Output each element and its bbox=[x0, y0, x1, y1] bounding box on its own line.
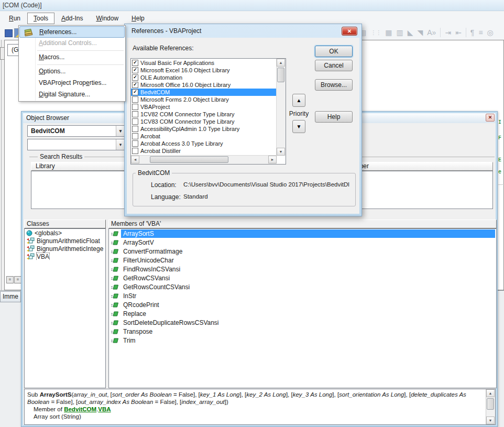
scroll-up-icon[interactable]: ▲ bbox=[486, 389, 495, 397]
class-item-bignumarithmeticintege[interactable]: BignumArithmeticIntege bbox=[25, 245, 105, 253]
checkbox-unchecked[interactable] bbox=[132, 126, 138, 132]
checkbox-checked[interactable]: ✓ bbox=[132, 60, 138, 66]
bookmark-icon[interactable]: ≡ bbox=[478, 29, 483, 36]
search-combo[interactable]: ▾ bbox=[27, 139, 125, 150]
checkbox-unchecked[interactable] bbox=[132, 104, 138, 110]
reset-button-icon[interactable] bbox=[5, 29, 13, 37]
list-constants-icon[interactable]: ▥ bbox=[396, 29, 403, 36]
list-properties-icon[interactable]: ▦ bbox=[385, 29, 392, 36]
class-item-bignumarithmeticfloat[interactable]: BignumArithmeticFloat bbox=[25, 237, 105, 245]
member-item-getrowcsvansi[interactable]: GetRowCSVansi bbox=[109, 273, 496, 282]
menu-window[interactable]: Window bbox=[90, 13, 125, 24]
member-item-findrowsincsvansi[interactable]: FindRowsInCSVansi bbox=[109, 265, 496, 273]
menu-help[interactable]: Help bbox=[125, 13, 151, 24]
member-item-convertformatimage[interactable]: ConvertFormatImage bbox=[109, 247, 496, 256]
scroll-left-icon[interactable]: ◄ bbox=[131, 156, 139, 163]
member-item-filterunicodechar[interactable]: FilterUnicodeChar bbox=[109, 256, 496, 265]
help-button[interactable]: Help bbox=[315, 111, 353, 123]
class-item-globals[interactable]: <globals> bbox=[25, 229, 105, 237]
member-item-replace[interactable]: Replace bbox=[109, 309, 496, 318]
comment-block-icon[interactable]: ¶ bbox=[470, 29, 475, 36]
member-item-arraysortv[interactable]: ArraySortV bbox=[109, 238, 496, 247]
menu-add-ins[interactable]: Add-Ins bbox=[55, 13, 89, 24]
checkbox-unchecked[interactable] bbox=[132, 96, 138, 103]
find-icon[interactable]: ◎ bbox=[487, 29, 494, 36]
member-label: SortDeleteDuplicateRowsCSVansi bbox=[121, 319, 221, 327]
quick-info-icon[interactable]: ◣ bbox=[408, 29, 413, 36]
checkbox-checked[interactable]: ✓ bbox=[132, 67, 138, 73]
split-handle-icon[interactable]: ≡ bbox=[14, 276, 21, 283]
scroll-right-icon[interactable]: ► bbox=[268, 156, 277, 163]
browse-button[interactable]: Browse... bbox=[315, 79, 353, 91]
member-item-qrcodeprint[interactable]: QRcodePrint bbox=[109, 300, 496, 309]
reference-item-visual-basic-for-applications[interactable]: ✓Visual Basic For Applications bbox=[131, 59, 277, 67]
class-label: BignumArithmeticIntege bbox=[37, 245, 103, 253]
reference-item-acrobat[interactable]: Acrobat bbox=[131, 133, 277, 140]
checkbox-unchecked[interactable] bbox=[132, 111, 138, 117]
method-icon bbox=[111, 266, 119, 272]
checkbox-checked[interactable]: ✓ bbox=[132, 89, 138, 95]
menu-item-options[interactable]: Options... bbox=[19, 66, 125, 78]
checkbox-checked[interactable]: ✓ bbox=[132, 82, 138, 88]
menu-item-digital-signature[interactable]: Digital Signature... bbox=[19, 89, 125, 101]
reference-item-acrobat-distiller[interactable]: Acrobat Distiller bbox=[131, 147, 277, 155]
class-item-vba[interactable]: VBA bbox=[25, 253, 105, 260]
member-item-getrowscountcsvansi[interactable]: GetRowsCountCSVansi bbox=[109, 282, 496, 291]
reference-item-microsoft-office-16-0-object-library[interactable]: ✓Microsoft Office 16.0 Object Library bbox=[131, 81, 277, 89]
menu-item-vbaproject-properties[interactable]: VBAProject Properties... bbox=[19, 78, 125, 89]
collapsed-panel-tab[interactable] bbox=[0, 47, 5, 60]
menu-item-additional-controls[interactable]: Additional Controls... bbox=[19, 38, 125, 49]
scroll-up-icon[interactable]: ▲ bbox=[277, 59, 285, 67]
indent-icon[interactable]: ⇥ bbox=[445, 29, 451, 36]
ok-button[interactable]: OK bbox=[315, 46, 353, 57]
priority-up-button[interactable]: ▲ bbox=[292, 94, 305, 107]
class-link[interactable]: VBA bbox=[98, 406, 111, 412]
parameter-info-icon[interactable]: ◥ bbox=[417, 29, 423, 36]
scrollbar-thumb[interactable] bbox=[277, 68, 284, 82]
reference-item-microsoft-forms-2-0-object-library[interactable]: Microsoft Forms 2.0 Object Library bbox=[131, 96, 277, 103]
toolbar-grip[interactable]: ⋮⋮ bbox=[370, 29, 381, 36]
references-vscrollbar[interactable]: ▲ ▼ bbox=[276, 59, 286, 156]
column-header-library[interactable]: Library bbox=[36, 162, 55, 170]
reference-item-vbaproject[interactable]: VBAProject bbox=[131, 103, 277, 111]
checkbox-unchecked[interactable] bbox=[132, 148, 138, 154]
checkbox-checked[interactable]: ✓ bbox=[132, 74, 138, 81]
reference-item-1cv83-com-connector-type-library[interactable]: 1CV83 COM Connector Type Library bbox=[131, 118, 277, 125]
member-item-trim[interactable]: Trim bbox=[109, 336, 496, 345]
menu-tools[interactable]: Tools bbox=[27, 13, 54, 24]
scrollbar-thumb[interactable] bbox=[487, 398, 494, 410]
member-item-sortdeleteduplicaterowscsvansi[interactable]: SortDeleteDuplicateRowsCSVansi bbox=[109, 318, 496, 327]
dialog-close-icon[interactable]: ✕ bbox=[342, 27, 357, 36]
reference-item-ole-automation[interactable]: ✓OLE Automation bbox=[131, 74, 277, 81]
cancel-button[interactable]: Cancel bbox=[315, 60, 353, 71]
outdent-icon[interactable]: ⇤ bbox=[455, 29, 462, 36]
signature-segment: sort_order As Boolean bbox=[112, 391, 172, 398]
reference-item-bedvitcom[interactable]: ✓BedvitCOM bbox=[131, 89, 277, 96]
scroll-down-icon[interactable]: ▼ bbox=[486, 417, 495, 424]
menu-run[interactable]: Run bbox=[3, 13, 27, 24]
member-item-instr[interactable]: InStr bbox=[109, 291, 496, 300]
scroll-down-icon[interactable]: ▼ bbox=[277, 148, 285, 156]
chevron-down-icon[interactable]: ▾ bbox=[116, 139, 125, 150]
split-handle-icon[interactable]: ≡ bbox=[6, 276, 14, 283]
library-link[interactable]: BedvitCOM bbox=[64, 406, 96, 412]
reference-item-1cv82-com-connector-type-library[interactable]: 1CV82 COM Connector Type Library bbox=[131, 111, 277, 118]
references-hscrollbar[interactable]: ◄ ► bbox=[131, 155, 277, 164]
chevron-down-icon[interactable]: ▾ bbox=[116, 126, 125, 136]
checkbox-unchecked[interactable] bbox=[132, 140, 138, 147]
menu-item-references[interactable]: References... bbox=[19, 26, 125, 38]
complete-word-icon[interactable]: A» bbox=[427, 29, 436, 36]
reference-item-acrobat-access-3-0-type-library[interactable]: Acrobat Access 3.0 Type Library bbox=[131, 140, 277, 147]
member-item-transpose[interactable]: Transpose bbox=[109, 327, 496, 336]
checkbox-unchecked[interactable] bbox=[132, 118, 138, 125]
scrollbar-thumb[interactable] bbox=[150, 156, 228, 163]
reference-item-microsoft-excel-16-0-object-library[interactable]: ✓Microsoft Excel 16.0 Object Library bbox=[131, 67, 277, 74]
object-browser-close-icon[interactable]: ✕ bbox=[486, 114, 495, 122]
member-item-arraysorts[interactable]: ArraySortS bbox=[109, 229, 496, 238]
menu-item-macros[interactable]: Macros... bbox=[19, 52, 125, 63]
library-combo[interactable]: BedvitCOM ▾ bbox=[27, 125, 125, 137]
detail-scrollbar[interactable]: ▲ ▼ bbox=[486, 389, 495, 424]
checkbox-unchecked[interactable] bbox=[132, 133, 138, 139]
priority-down-button[interactable]: ▼ bbox=[292, 120, 305, 133]
reference-item-accessibilitycpladmin-1-0-type-library[interactable]: AccessibilityCplAdmin 1.0 Type Library bbox=[131, 125, 277, 133]
